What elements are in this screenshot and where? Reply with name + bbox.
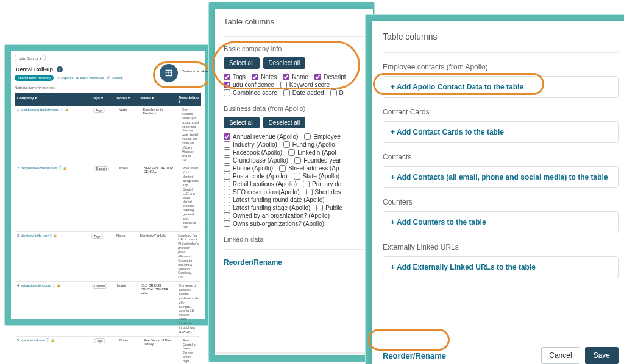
info-icon[interactable]: ⓘ xyxy=(58,166,62,170)
table-row[interactable]: 2. bergenlinetopdental.com ⓘ 🔒DomainNote… xyxy=(15,164,201,231)
add-section-button[interactable]: + Add Apollo Contact Data to the table xyxy=(383,76,619,98)
table-row[interactable]: 3. dentistryforlife.net ⓘ 🔒TagsNotesDent… xyxy=(15,232,201,282)
table-row[interactable]: 1. excellenceindentistry.com ⓘ 🔒TagsNote… xyxy=(15,106,201,164)
th-company[interactable]: Company ▾ xyxy=(15,93,90,106)
chk-biz[interactable] xyxy=(316,205,323,211)
chk-biz[interactable] xyxy=(224,157,230,164)
chk-biz[interactable] xyxy=(224,133,230,140)
section-label: Counters xyxy=(383,198,619,206)
customize-table-icon[interactable] xyxy=(160,64,178,82)
select-all-basic[interactable]: Select all xyxy=(224,57,260,69)
tag-button[interactable]: Domain xyxy=(94,166,109,171)
chk-biz[interactable] xyxy=(224,165,230,172)
th-name[interactable]: Name ▾ xyxy=(138,93,176,106)
chk-biz[interactable] xyxy=(224,141,230,148)
mid-panel: Table columns Basic company info Select … xyxy=(215,9,373,352)
section-label: Externally Linked URLs xyxy=(383,243,619,251)
add-companies-button[interactable]: ⊕ Add Companies xyxy=(76,76,104,80)
cancel-button[interactable]: Cancel xyxy=(541,347,580,364)
status-text: Nothing currently running xyxy=(15,86,201,89)
chk-biz[interactable] xyxy=(224,173,230,180)
chk-tags[interactable] xyxy=(224,74,230,80)
chk-biz[interactable] xyxy=(224,149,230,156)
table-header: Company ▾ Tags ▾ Notes ▾ Name ▾ Descript… xyxy=(15,93,201,106)
deselect-all-basic[interactable]: Deselect all xyxy=(263,57,306,69)
basic-checkboxes: Tags Notes Name Descript udu confidence … xyxy=(224,74,364,96)
scoring-button[interactable]: ☑ Scoring xyxy=(107,76,122,80)
lock-icon: 🔒 xyxy=(57,284,61,287)
biz-checkboxes: Annual revenue (Apollo)EmployeeIndustry … xyxy=(224,133,364,227)
page-title: Dental Roll-up xyxy=(16,66,53,72)
chk-biz[interactable] xyxy=(224,205,230,211)
lock-icon: 🔒 xyxy=(53,234,57,237)
info-icon[interactable]: ⓘ xyxy=(52,284,55,287)
chk-udu[interactable] xyxy=(224,82,230,88)
add-section-button[interactable]: + Add Contact Cards to the table xyxy=(383,121,619,143)
lock-icon: 🔒 xyxy=(63,166,67,170)
expand-button[interactable]: ⤢ Expand xyxy=(57,76,73,80)
chk-biz[interactable] xyxy=(224,212,230,219)
chk-keyword[interactable] xyxy=(280,82,287,88)
table-row[interactable]: 5. sjacedental.com ⓘ 🔒TagsNotesAce Denta… xyxy=(15,337,201,364)
add-section-button[interactable]: + Add Counters to the table xyxy=(383,211,619,233)
info-icon[interactable]: ⓘ xyxy=(60,108,63,111)
chk-biz[interactable] xyxy=(294,157,301,164)
info-icon[interactable]: ⓘ xyxy=(46,338,49,342)
left-frame: udu: Source ▾ Dental Roll-up i Search te… xyxy=(5,45,211,325)
right-panel: Table columns Employee contacts (from Ap… xyxy=(372,21,624,364)
linkedin-label: Linkedin data xyxy=(224,236,364,243)
add-section-button[interactable]: + Add Externally Linked URLs to the tabl… xyxy=(383,256,619,278)
select-all-biz[interactable]: Select all xyxy=(224,117,260,128)
add-section-button[interactable]: + Add Contacts (all email, phone and soc… xyxy=(383,166,619,188)
chk-biz[interactable] xyxy=(306,189,313,195)
chk-name[interactable] xyxy=(283,74,289,80)
chk-biz[interactable] xyxy=(279,165,286,172)
section-label: Contacts xyxy=(383,153,619,161)
chk-d3[interactable] xyxy=(330,89,337,96)
save-button[interactable]: Save xyxy=(585,347,619,364)
reorder-rename-mid[interactable]: Reorder/Rename xyxy=(224,258,364,267)
lock-icon: 🔒 xyxy=(65,108,69,111)
biz-label: Business data (from Apollo) xyxy=(224,105,364,112)
deselect-all-biz[interactable]: Deselect all xyxy=(263,117,306,128)
mid-title: Table columns xyxy=(224,17,364,26)
chk-biz[interactable] xyxy=(283,141,290,148)
chk-biz[interactable] xyxy=(304,133,311,140)
chk-biz[interactable] xyxy=(224,189,230,195)
search-pill[interactable]: Search term: dentistry xyxy=(15,75,54,81)
tag-button[interactable]: Domain xyxy=(92,284,107,289)
chk-desc[interactable] xyxy=(314,74,321,80)
chk-biz[interactable] xyxy=(224,220,230,227)
customize-table-link[interactable]: Customize table xyxy=(182,69,208,73)
chk-date[interactable] xyxy=(283,89,290,96)
reorder-rename-right[interactable]: Reorder/Rename xyxy=(383,351,446,360)
tag-button[interactable]: Tags xyxy=(91,234,103,239)
right-title: Table columns xyxy=(383,32,619,41)
chk-biz[interactable] xyxy=(303,181,310,187)
chk-notes[interactable] xyxy=(252,74,258,80)
chk-biz[interactable] xyxy=(224,181,230,187)
chk-biz[interactable] xyxy=(288,149,295,156)
th-desc[interactable]: Description ▾ xyxy=(176,93,201,106)
basic-label: Basic company info xyxy=(224,45,364,52)
section-label: Contact Cards xyxy=(383,108,619,116)
section-label: Employee contacts (from Apollo) xyxy=(383,63,619,71)
lock-icon: 🔒 xyxy=(51,338,55,342)
source-tab[interactable]: udu: Source ▾ xyxy=(15,55,46,61)
th-tags[interactable]: Tags ▾ xyxy=(90,93,115,106)
table-row[interactable]: 4. sybrenttcenters.com ⓘ 🔒DomainNotesOLD… xyxy=(15,282,201,337)
chk-combined[interactable] xyxy=(224,89,230,96)
info-icon[interactable]: ⓘ xyxy=(48,234,52,237)
info-icon[interactable]: i xyxy=(57,66,63,72)
th-notes[interactable]: Notes ▾ xyxy=(115,93,138,106)
chk-biz[interactable] xyxy=(224,197,230,203)
tag-button[interactable]: Tags xyxy=(94,338,105,343)
chk-biz[interactable] xyxy=(294,173,300,180)
tag-button[interactable]: Tags xyxy=(93,108,105,113)
